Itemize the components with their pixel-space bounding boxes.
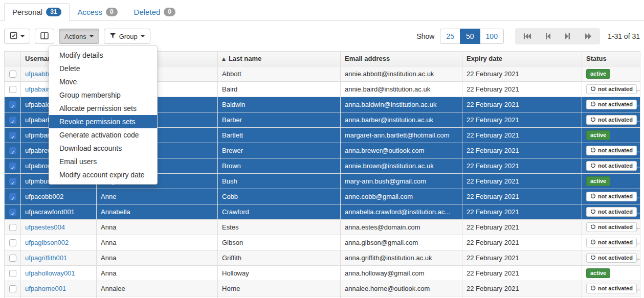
tab-personal[interactable]: Personal 31	[4, 3, 70, 21]
row-checkbox[interactable]	[9, 101, 16, 108]
menu-item-group-membership[interactable]: Group membership	[49, 88, 157, 102]
row-checkbox-cell	[5, 235, 21, 250]
page-size-50[interactable]: 50	[460, 29, 480, 44]
status-cell: not activated	[582, 158, 640, 174]
email-cell: annie.brown@institution.ac.uk	[341, 158, 462, 174]
row-checkbox-cell	[5, 82, 21, 97]
expiry-date-cell: 22 February 2021	[462, 66, 582, 82]
status-cell: not activated	[582, 82, 640, 97]
last-name-cell: Estes	[218, 220, 341, 235]
tab-personal-count-badge: 31	[46, 8, 61, 16]
column-header-last-name[interactable]: ▲Last name	[218, 52, 341, 66]
table-row[interactable]: ufpacobb002AnneCobbanne.cobb@gmail.com22…	[5, 189, 640, 204]
menu-item-modify-account-expiry-date[interactable]: Modify account expiry date	[49, 168, 157, 181]
row-checkbox[interactable]	[9, 163, 16, 170]
username-link[interactable]: ufpagriffith001	[25, 254, 67, 262]
power-icon	[590, 147, 596, 154]
last-name-cell: Gibson	[218, 235, 341, 250]
power-icon	[590, 239, 596, 246]
menu-item-email-users[interactable]: Email users	[49, 155, 157, 168]
last-name-cell: Brown	[218, 158, 341, 174]
first-page-icon[interactable]	[523, 32, 531, 40]
power-icon	[590, 209, 596, 215]
row-checkbox[interactable]	[9, 285, 16, 292]
table-row[interactable]: ufpajefferson001AnnabellJeffersonannabel…	[5, 296, 640, 298]
status-cell: not activated	[582, 97, 640, 112]
last-page-icon[interactable]	[584, 32, 592, 40]
toggle-columns-button[interactable]	[35, 29, 54, 44]
next-page-icon[interactable]	[564, 32, 571, 40]
power-icon	[590, 163, 596, 169]
row-checkbox[interactable]	[9, 132, 16, 139]
row-checkbox[interactable]	[9, 117, 16, 124]
username-link[interactable]: ufpahorne001	[25, 285, 66, 292]
table-row[interactable]: ufpaestes004AnnaEstesanna.estes@domain.c…	[5, 220, 640, 235]
row-checkbox[interactable]	[9, 86, 16, 93]
tab-deleted-label: Deleted	[134, 8, 161, 16]
username-link[interactable]: ufpacobb002	[25, 193, 63, 200]
expiry-date-cell: 22 February 2021	[462, 250, 582, 266]
username-link[interactable]: ufpacrawford001	[25, 208, 75, 216]
sort-ascending-icon: ▲	[222, 56, 226, 61]
row-checkbox-cell	[5, 281, 21, 296]
first-name-cell: Annalee	[97, 281, 218, 296]
row-checkbox[interactable]	[9, 209, 16, 216]
actions-dropdown-menu: Modify detailsDeleteMoveGroup membership…	[49, 45, 158, 185]
status-badge-not-activated: not activated	[586, 161, 637, 171]
power-icon	[590, 101, 596, 108]
caret-down-icon	[90, 35, 94, 37]
previous-page-icon[interactable]	[544, 32, 551, 40]
row-checkbox[interactable]	[9, 255, 16, 262]
menu-item-modify-details[interactable]: Modify details	[49, 49, 157, 62]
tab-personal-label: Personal	[12, 8, 42, 16]
columns-icon	[40, 32, 49, 41]
power-icon	[590, 285, 596, 292]
row-checkbox[interactable]	[9, 71, 16, 78]
column-header-status[interactable]: Status	[582, 52, 640, 66]
first-name-cell: Anna	[97, 220, 218, 235]
row-checkbox-cell	[5, 204, 21, 220]
table-row[interactable]: ufpaholloway001AnnaHollowayanna.holloway…	[5, 266, 640, 281]
status-badge-not-activated: not activated	[586, 84, 637, 94]
tab-access[interactable]: Access 0	[70, 3, 126, 21]
row-checkbox[interactable]	[9, 224, 16, 231]
username-link[interactable]: ufpaholloway001	[25, 269, 75, 277]
menu-item-delete[interactable]: Delete	[49, 62, 157, 75]
email-cell: anna.baldwin@institution.ac.uk	[341, 97, 462, 112]
column-header-expiry-date[interactable]: Expiry date	[462, 52, 582, 66]
column-header-email-address[interactable]: Email address	[341, 52, 462, 66]
expiry-date-cell: 22 February 2021	[462, 281, 582, 296]
row-checkbox[interactable]	[9, 178, 16, 185]
status-badge-not-activated: not activated	[586, 238, 637, 247]
table-row[interactable]: ufpahorne001AnnaleeHorneannalee.horne@ou…	[5, 281, 640, 296]
status-badge-not-activated: not activated	[586, 115, 637, 125]
last-name-cell: Horne	[218, 281, 341, 296]
table-row[interactable]: ufpagibson002AnnaGibsonanna.gibson@gmail…	[5, 235, 640, 250]
tab-deleted[interactable]: Deleted 0	[126, 3, 184, 21]
expiry-date-cell: 22 February 2021	[462, 158, 582, 174]
menu-item-move[interactable]: Move	[49, 75, 157, 88]
group-filter-button[interactable]: Group	[104, 29, 150, 44]
tab-access-count-badge: 0	[106, 8, 118, 16]
table-row[interactable]: ufpacrawford001AnnabellaCrawfordannabell…	[5, 204, 640, 220]
username-cell: ufpahorne001	[21, 281, 97, 296]
actions-button[interactable]: Actions	[59, 29, 99, 44]
row-checkbox[interactable]	[9, 239, 16, 246]
page-size-100[interactable]: 100	[480, 29, 504, 44]
email-cell: annabella.crawford@institution.ac...	[341, 204, 462, 220]
menu-item-revoke-permission-sets[interactable]: Revoke permission sets	[49, 115, 157, 128]
row-checkbox[interactable]	[9, 147, 16, 154]
username-link[interactable]: ufpaestes004	[25, 223, 65, 231]
status-cell: not activated	[582, 112, 640, 128]
menu-item-download-accounts[interactable]: Download accounts	[49, 142, 157, 155]
last-name-cell: Cobb	[218, 189, 341, 204]
menu-item-allocate-permission-sets[interactable]: Allocate permission sets	[49, 102, 157, 115]
page-size-25[interactable]: 25	[440, 29, 460, 44]
select-rows-dropdown-button[interactable]	[4, 29, 30, 44]
status-badge-not-activated: not activated	[586, 100, 637, 109]
table-row[interactable]: ufpagriffith001AnnaGriffithanna.griffith…	[5, 250, 640, 266]
username-link[interactable]: ufpagibson002	[25, 239, 69, 246]
menu-item-generate-activation-code[interactable]: Generate activation code	[49, 128, 157, 142]
row-checkbox[interactable]	[9, 193, 16, 200]
row-checkbox[interactable]	[9, 270, 16, 277]
